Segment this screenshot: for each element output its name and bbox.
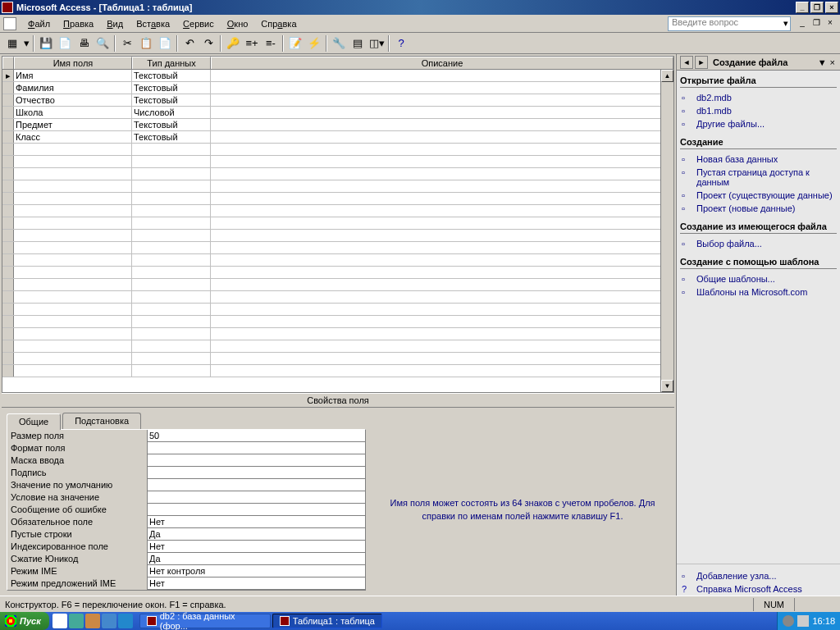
cell-data-type[interactable] bbox=[132, 180, 211, 192]
cell-description[interactable] bbox=[211, 230, 673, 241]
cell-data-type[interactable]: Текстовый bbox=[132, 94, 211, 106]
cell-description[interactable] bbox=[211, 107, 673, 118]
property-value[interactable] bbox=[147, 479, 365, 491]
scroll-down-button[interactable]: ▼ bbox=[661, 380, 673, 392]
cell-description[interactable] bbox=[211, 365, 673, 377]
property-value[interactable] bbox=[147, 467, 365, 479]
cell-field-name[interactable] bbox=[14, 328, 132, 340]
cell-data-type[interactable] bbox=[132, 353, 211, 364]
cell-data-type[interactable] bbox=[132, 291, 211, 303]
cell-description[interactable] bbox=[211, 316, 673, 327]
redo-button[interactable]: ↷ bbox=[199, 34, 217, 52]
row-selector[interactable] bbox=[2, 353, 14, 364]
cell-description[interactable] bbox=[211, 82, 673, 94]
row-selector[interactable] bbox=[2, 217, 14, 229]
task-pane-link[interactable]: ▫Шаблоны на Microsoft.com bbox=[680, 285, 837, 299]
insert-rows-button[interactable]: ≡+ bbox=[243, 34, 261, 52]
tab-lookup[interactable]: Подстановка bbox=[62, 413, 141, 429]
cell-field-name[interactable] bbox=[14, 267, 132, 278]
cell-description[interactable] bbox=[211, 291, 673, 303]
row-selector[interactable] bbox=[2, 131, 14, 143]
cell-description[interactable] bbox=[211, 304, 673, 315]
key-button[interactable]: 🔑 bbox=[224, 34, 242, 52]
indexes-button[interactable]: ⚡ bbox=[305, 34, 323, 52]
minimize-button[interactable]: _ bbox=[796, 2, 809, 13]
cell-field-name[interactable] bbox=[14, 217, 132, 229]
cell-description[interactable] bbox=[211, 340, 673, 352]
tray-icon-2[interactable] bbox=[797, 615, 809, 627]
cell-description[interactable] bbox=[211, 193, 673, 204]
col-description[interactable]: Описание bbox=[211, 57, 673, 69]
cell-description[interactable] bbox=[211, 353, 673, 364]
paste-button[interactable]: 📄 bbox=[156, 34, 174, 52]
row-selector[interactable] bbox=[2, 82, 14, 94]
cell-field-name[interactable] bbox=[14, 193, 132, 204]
ql-icon-5[interactable] bbox=[118, 614, 133, 628]
cell-description[interactable] bbox=[211, 156, 673, 167]
cell-description[interactable] bbox=[211, 70, 673, 81]
cell-data-type[interactable]: Текстовый bbox=[132, 70, 211, 81]
row-selector[interactable] bbox=[2, 168, 14, 180]
task-pane-link[interactable]: ▫Проект (новые данные) bbox=[680, 202, 837, 215]
cell-data-type[interactable] bbox=[132, 193, 211, 204]
row-selector[interactable] bbox=[2, 180, 14, 192]
menu-file[interactable]: Файл bbox=[21, 17, 57, 30]
close-button[interactable]: × bbox=[825, 2, 838, 13]
property-value[interactable]: Нет bbox=[147, 541, 365, 553]
cell-field-name[interactable] bbox=[14, 254, 132, 266]
cell-field-name[interactable] bbox=[14, 168, 132, 180]
cell-field-name[interactable] bbox=[14, 230, 132, 241]
row-selector[interactable] bbox=[2, 230, 14, 241]
table-row[interactable]: Класс Текстовый bbox=[2, 131, 673, 144]
cell-description[interactable] bbox=[211, 168, 673, 180]
table-row[interactable] bbox=[2, 316, 673, 328]
task-pane-link[interactable]: ▫Общие шаблоны... bbox=[680, 272, 837, 285]
task-pane-link[interactable]: ▫Новая база данных bbox=[680, 153, 837, 166]
ql-icon-4[interactable] bbox=[102, 614, 116, 628]
vertical-scrollbar[interactable]: ▲ ▼ bbox=[660, 70, 673, 392]
start-button[interactable]: Пуск bbox=[0, 612, 49, 630]
table-row[interactable] bbox=[2, 230, 673, 242]
row-selector[interactable]: ▸ bbox=[2, 70, 14, 81]
table-row[interactable] bbox=[2, 242, 673, 254]
cell-field-name[interactable] bbox=[14, 156, 132, 167]
menu-view[interactable]: Вид bbox=[100, 17, 130, 30]
task-pane-link[interactable]: ▫Другие файлы... bbox=[680, 117, 837, 130]
delete-rows-button[interactable]: ≡- bbox=[262, 34, 280, 52]
tray-icon-1[interactable] bbox=[783, 615, 794, 627]
menu-tools[interactable]: Сервис bbox=[176, 17, 221, 30]
table-row[interactable]: Фамилия Текстовый bbox=[2, 82, 673, 94]
cell-description[interactable] bbox=[211, 242, 673, 253]
preview-button[interactable]: 🔍 bbox=[94, 34, 112, 52]
cell-data-type[interactable] bbox=[132, 254, 211, 266]
row-selector[interactable] bbox=[2, 144, 14, 155]
task-pane-link[interactable]: ▫Проект (существующие данные) bbox=[680, 189, 837, 202]
cell-field-name[interactable] bbox=[14, 242, 132, 253]
row-selector[interactable] bbox=[2, 119, 14, 130]
mdi-close[interactable]: × bbox=[824, 18, 837, 30]
row-selector[interactable] bbox=[2, 340, 14, 352]
cell-data-type[interactable] bbox=[132, 144, 211, 155]
table-row[interactable] bbox=[2, 193, 673, 205]
row-selector[interactable] bbox=[2, 304, 14, 315]
cell-data-type[interactable] bbox=[132, 340, 211, 352]
table-row[interactable] bbox=[2, 267, 673, 279]
help-link[interactable]: ?Справка Microsoft Access bbox=[680, 582, 837, 596]
cell-field-name[interactable] bbox=[14, 291, 132, 303]
cell-description[interactable] bbox=[211, 180, 673, 192]
cell-field-name[interactable] bbox=[14, 365, 132, 377]
cell-data-type[interactable] bbox=[132, 279, 211, 290]
ql-icon-1[interactable] bbox=[52, 614, 67, 628]
property-value[interactable]: 50 bbox=[147, 430, 365, 442]
menu-insert[interactable]: Вставка bbox=[130, 17, 176, 30]
scroll-up-button[interactable]: ▲ bbox=[661, 70, 673, 82]
row-selector[interactable] bbox=[2, 193, 14, 204]
cell-description[interactable] bbox=[211, 328, 673, 340]
row-selector[interactable] bbox=[2, 156, 14, 167]
row-selector[interactable] bbox=[2, 107, 14, 118]
table-row[interactable] bbox=[2, 340, 673, 353]
row-selector[interactable] bbox=[2, 242, 14, 253]
cell-field-name[interactable]: Фамилия bbox=[14, 82, 132, 94]
row-selector[interactable] bbox=[2, 328, 14, 340]
print-button[interactable]: 🖶 bbox=[75, 34, 93, 52]
